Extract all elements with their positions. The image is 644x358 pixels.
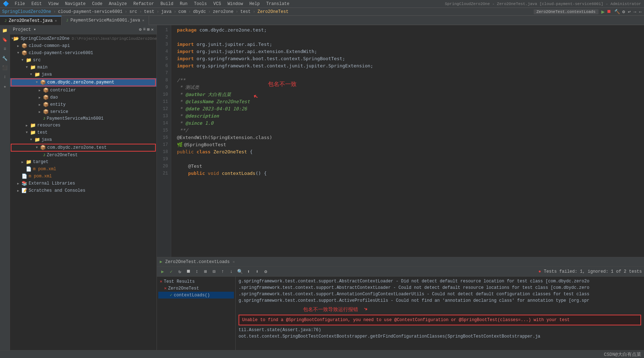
menu-help[interactable]: Help	[246, 1, 263, 7]
output-line-2: .springframework.test.context.support.Ab…	[239, 285, 641, 291]
run-icon: ▶	[160, 259, 162, 264]
menu-translate[interactable]: Translate	[263, 1, 292, 7]
toolbar-icons: ⚙ ↩ → ←	[622, 9, 642, 15]
tree-root[interactable]: ▼ 📂 SpringCloudZero2One D:\Projects\Java…	[10, 35, 157, 42]
run-tab-close[interactable]: ✕	[232, 259, 235, 264]
run-config-label[interactable]: Zero2OneTest.contextLoads	[534, 9, 599, 14]
sidebar-header: Project ▾ ⚙ ≡ ⊞ ✕	[10, 25, 157, 34]
terminal-icon[interactable]: ⬛	[1, 64, 9, 72]
run-import-btn[interactable]: ⬇	[254, 268, 261, 275]
structure-icon[interactable]: ≡	[1, 45, 9, 53]
breadcrumb-class[interactable]: Zero2OneTest	[258, 9, 288, 14]
run-settings-btn[interactable]: ⚙	[262, 268, 269, 275]
menu-refactor[interactable]: Refactor	[130, 1, 157, 7]
tree-cloud-payment[interactable]: ▼ 📦 cloud-payment-service6001	[10, 49, 157, 57]
sidebar-settings-icon[interactable]: ⚙	[139, 27, 141, 32]
tree-test-java[interactable]: ▼ 📁 java	[10, 136, 157, 143]
menu-edit[interactable]: Edit	[29, 1, 45, 7]
menu-vcs[interactable]: VCS	[211, 1, 224, 7]
test-method-item[interactable]: ✓ contextLoads()	[158, 292, 234, 299]
test-results-root[interactable]: ✕ Test Results	[158, 278, 234, 285]
bookmark-icon[interactable]: 🔖	[1, 36, 9, 44]
menu-run[interactable]: Run	[177, 1, 191, 7]
fav-icon[interactable]: ★	[1, 82, 9, 90]
tab-label-inactive: PaymentServiceMain6001.java	[71, 18, 140, 23]
run-stop-btn[interactable]: ⏹	[185, 268, 192, 275]
output-line-1: g.springframework.test.context.support.A…	[239, 278, 641, 285]
run-search-btn[interactable]: 🔍	[236, 268, 244, 275]
menu-navigate[interactable]: Navigate	[62, 1, 88, 7]
test-class-item[interactable]: ✕ Zero2OneTest	[158, 285, 234, 292]
breadcrumb-src[interactable]: src	[129, 9, 137, 14]
breadcrumb-zero2one[interactable]: zero2one	[213, 9, 234, 14]
run-check-btn[interactable]: ✓	[168, 268, 175, 275]
run-up-btn[interactable]: ↑	[219, 268, 226, 275]
tree-pkg-payment[interactable]: ▼ 📦 com.dbydc.zero2one.payment	[10, 78, 157, 87]
tree-cloud-common-api[interactable]: ▶ 📦 cloud-common-api	[10, 42, 157, 49]
tree-entity[interactable]: ▶ 📦 entity	[10, 101, 157, 108]
tree-pkg-test[interactable]: ▼ 📦 com.dbydc.zero2one.test	[10, 143, 157, 152]
run-sort-btn[interactable]: ↕	[193, 268, 201, 275]
menu-code[interactable]: Code	[89, 1, 105, 7]
run-export-btn[interactable]: ⬆	[245, 268, 252, 275]
tree-target[interactable]: ▶ 📁 target	[10, 158, 157, 166]
tree-src[interactable]: ▼ 📁 src	[10, 57, 157, 64]
run-resume-btn[interactable]: ▶	[159, 268, 166, 275]
tree-test-folder[interactable]: ▼ 📁 test	[10, 129, 157, 136]
tree-controller[interactable]: ▶ 📦 controller	[10, 87, 157, 94]
build-button[interactable]: 🔨	[614, 9, 620, 15]
project-icon[interactable]: 📁	[1, 27, 9, 34]
sidebar-close-icon[interactable]: ✕	[151, 27, 154, 32]
tree-dao[interactable]: ▶ 📦 dao	[10, 94, 157, 101]
breadcrumb-java[interactable]: java	[161, 9, 172, 14]
menu-tools[interactable]: Tools	[191, 1, 210, 7]
tree-zero2onetest[interactable]: ▶ J Zero2OneTest	[10, 152, 157, 158]
run-tab-label[interactable]: Zero2OneTest.contextLoads	[165, 259, 230, 264]
menu-window[interactable]: Window	[225, 1, 246, 7]
run-button[interactable]: ▶	[601, 8, 605, 15]
left-icon-bar: 📁 🔖 ≡ 🔧 ⬛ ↕ ★	[0, 25, 10, 350]
run-content: ✕ Test Results ✕ Zero2OneTest ✓ contextL…	[157, 277, 644, 350]
menu-build[interactable]: Build	[158, 1, 176, 7]
tab-label-active: Zero2OneTest.java	[9, 18, 53, 23]
tree-main[interactable]: ▼ 📁 main	[10, 64, 157, 71]
breadcrumb-project[interactable]: SpringCloudZero2One	[2, 9, 51, 14]
breadcrumb-module[interactable]: cloud-payment-service6001	[58, 9, 122, 14]
menu-analyze[interactable]: Analyze	[106, 1, 130, 7]
sidebar-collapse-icon[interactable]: ≡	[143, 27, 145, 32]
tree-pom-inner[interactable]: ▶ 📄 m pom.xml	[10, 166, 157, 173]
menu-view[interactable]: View	[45, 1, 62, 7]
run-expand-btn[interactable]: ⊞	[202, 268, 209, 275]
tree-resources[interactable]: ▶ 📁 resources	[10, 122, 157, 129]
run-collapse-btn[interactable]: ⊟	[211, 268, 218, 275]
wrench-icon[interactable]: 🔧	[1, 54, 9, 62]
csdn-watermark: CSDN@大白有点菜	[604, 351, 641, 358]
tree-scratches[interactable]: ▶ 📝 Scratches and Consoles	[10, 187, 157, 194]
breadcrumb-test[interactable]: test	[144, 9, 154, 14]
tab-zero2onetest[interactable]: J Zero2OneTest.java ✕	[0, 16, 62, 25]
breadcrumb-testdir[interactable]: test	[240, 9, 251, 14]
code-content[interactable]: package com.dbydc.zero2one.test; import …	[171, 25, 644, 257]
stack-line-2: oot.test.context.SpringBootTestContextBo…	[239, 333, 641, 340]
menu-file[interactable]: File	[12, 1, 28, 7]
sidebar-expand-icon[interactable]: ⊞	[147, 27, 150, 32]
test-method-label: contextLoads()	[174, 293, 210, 298]
tab-close-active[interactable]: ✕	[55, 19, 57, 23]
stop-button[interactable]: ⏹	[607, 9, 611, 14]
project-label: Project ▾	[13, 27, 36, 32]
tree-service[interactable]: ▶ 📦 service	[10, 108, 157, 115]
tree-java[interactable]: ▼ 📁 java	[10, 71, 157, 78]
code-editor: 12345 678910 1112131415 1617181920 21 pa…	[157, 25, 644, 257]
tree-pom-outer[interactable]: ▶ 📄 m pom.xml	[10, 173, 157, 180]
git-icon[interactable]: ↕	[1, 73, 9, 81]
tree-paymentmain[interactable]: ▶ J PaymentServiceMain6001	[10, 115, 157, 122]
breadcrumb-dbydc[interactable]: dbydc	[193, 9, 206, 14]
editor-area: 12345 678910 1112131415 1617181920 21 pa…	[157, 25, 644, 350]
run-rerun-btn[interactable]: ↻	[176, 268, 183, 275]
tree-ext-libs[interactable]: ▶ 📚 External Libraries	[10, 180, 157, 187]
run-down-btn[interactable]: ↓	[228, 268, 235, 275]
tab-close-inactive[interactable]: ✕	[142, 18, 144, 23]
error-message: Unable to find a @SpringBootConfiguratio…	[242, 318, 570, 323]
breadcrumb-com[interactable]: com	[178, 9, 186, 14]
tab-paymentservicemain[interactable]: J PaymentServiceMain6001.java ✕	[62, 16, 149, 25]
